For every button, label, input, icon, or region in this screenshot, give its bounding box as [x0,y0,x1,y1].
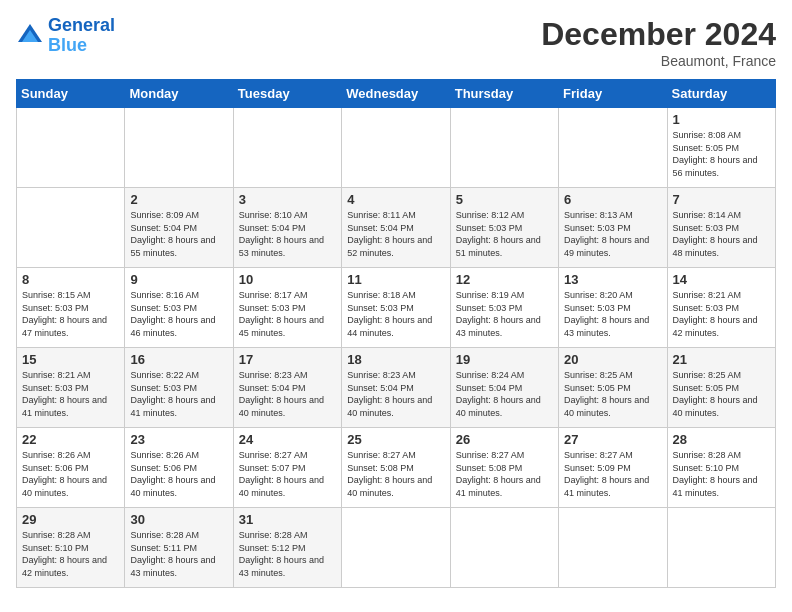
calendar-week-row: 15Sunrise: 8:21 AMSunset: 5:03 PMDayligh… [17,348,776,428]
weekday-header: Thursday [450,80,558,108]
weekday-header: Sunday [17,80,125,108]
day-number: 23 [130,432,227,447]
month-title: December 2024 [541,16,776,53]
calendar-day-cell: 1Sunrise: 8:08 AMSunset: 5:05 PMDaylight… [667,108,775,188]
calendar-day-cell: 7Sunrise: 8:14 AMSunset: 5:03 PMDaylight… [667,188,775,268]
location: Beaumont, France [541,53,776,69]
empty-cell [17,108,125,188]
day-number: 5 [456,192,553,207]
calendar-day-cell: 26Sunrise: 8:27 AMSunset: 5:08 PMDayligh… [450,428,558,508]
cell-content: Sunrise: 8:23 AMSunset: 5:04 PMDaylight:… [239,369,336,419]
day-number: 1 [673,112,770,127]
cell-content: Sunrise: 8:17 AMSunset: 5:03 PMDaylight:… [239,289,336,339]
day-number: 19 [456,352,553,367]
logo-text: General Blue [48,16,115,56]
calendar-week-row: 1Sunrise: 8:08 AMSunset: 5:05 PMDaylight… [17,108,776,188]
day-number: 18 [347,352,444,367]
day-number: 14 [673,272,770,287]
cell-content: Sunrise: 8:28 AMSunset: 5:10 PMDaylight:… [673,449,770,499]
calendar-day-cell: 11Sunrise: 8:18 AMSunset: 5:03 PMDayligh… [342,268,450,348]
calendar-week-row: 22Sunrise: 8:26 AMSunset: 5:06 PMDayligh… [17,428,776,508]
day-number: 12 [456,272,553,287]
calendar-day-cell: 5Sunrise: 8:12 AMSunset: 5:03 PMDaylight… [450,188,558,268]
cell-content: Sunrise: 8:25 AMSunset: 5:05 PMDaylight:… [564,369,661,419]
day-number: 4 [347,192,444,207]
cell-content: Sunrise: 8:26 AMSunset: 5:06 PMDaylight:… [22,449,119,499]
day-number: 31 [239,512,336,527]
day-number: 13 [564,272,661,287]
logo: General Blue [16,16,115,56]
empty-cell [559,508,667,588]
empty-cell [559,108,667,188]
calendar-day-cell: 8Sunrise: 8:15 AMSunset: 5:03 PMDaylight… [17,268,125,348]
calendar-day-cell: 10Sunrise: 8:17 AMSunset: 5:03 PMDayligh… [233,268,341,348]
empty-cell [667,508,775,588]
day-number: 29 [22,512,119,527]
calendar-table: SundayMondayTuesdayWednesdayThursdayFrid… [16,79,776,588]
cell-content: Sunrise: 8:26 AMSunset: 5:06 PMDaylight:… [130,449,227,499]
calendar-day-cell: 23Sunrise: 8:26 AMSunset: 5:06 PMDayligh… [125,428,233,508]
calendar-day-cell: 4Sunrise: 8:11 AMSunset: 5:04 PMDaylight… [342,188,450,268]
cell-content: Sunrise: 8:22 AMSunset: 5:03 PMDaylight:… [130,369,227,419]
weekday-header: Saturday [667,80,775,108]
cell-content: Sunrise: 8:21 AMSunset: 5:03 PMDaylight:… [673,289,770,339]
calendar-day-cell: 19Sunrise: 8:24 AMSunset: 5:04 PMDayligh… [450,348,558,428]
day-number: 24 [239,432,336,447]
day-number: 20 [564,352,661,367]
calendar-week-row: 29Sunrise: 8:28 AMSunset: 5:10 PMDayligh… [17,508,776,588]
day-number: 6 [564,192,661,207]
weekday-header: Wednesday [342,80,450,108]
cell-content: Sunrise: 8:12 AMSunset: 5:03 PMDaylight:… [456,209,553,259]
day-number: 8 [22,272,119,287]
day-number: 15 [22,352,119,367]
day-number: 30 [130,512,227,527]
weekday-header: Tuesday [233,80,341,108]
empty-cell [233,108,341,188]
calendar-day-cell: 25Sunrise: 8:27 AMSunset: 5:08 PMDayligh… [342,428,450,508]
empty-cell [342,108,450,188]
cell-content: Sunrise: 8:08 AMSunset: 5:05 PMDaylight:… [673,129,770,179]
calendar-day-cell: 12Sunrise: 8:19 AMSunset: 5:03 PMDayligh… [450,268,558,348]
cell-content: Sunrise: 8:13 AMSunset: 5:03 PMDaylight:… [564,209,661,259]
cell-content: Sunrise: 8:15 AMSunset: 5:03 PMDaylight:… [22,289,119,339]
cell-content: Sunrise: 8:28 AMSunset: 5:12 PMDaylight:… [239,529,336,579]
page-header: General Blue December 2024 Beaumont, Fra… [16,16,776,69]
cell-content: Sunrise: 8:27 AMSunset: 5:08 PMDaylight:… [456,449,553,499]
calendar-day-cell: 6Sunrise: 8:13 AMSunset: 5:03 PMDaylight… [559,188,667,268]
cell-content: Sunrise: 8:10 AMSunset: 5:04 PMDaylight:… [239,209,336,259]
day-number: 22 [22,432,119,447]
calendar-day-cell: 2Sunrise: 8:09 AMSunset: 5:04 PMDaylight… [125,188,233,268]
day-number: 25 [347,432,444,447]
day-number: 28 [673,432,770,447]
cell-content: Sunrise: 8:21 AMSunset: 5:03 PMDaylight:… [22,369,119,419]
calendar-day-cell: 15Sunrise: 8:21 AMSunset: 5:03 PMDayligh… [17,348,125,428]
day-number: 26 [456,432,553,447]
day-number: 17 [239,352,336,367]
calendar-day-cell: 16Sunrise: 8:22 AMSunset: 5:03 PMDayligh… [125,348,233,428]
calendar-day-cell: 22Sunrise: 8:26 AMSunset: 5:06 PMDayligh… [17,428,125,508]
calendar-day-cell: 31Sunrise: 8:28 AMSunset: 5:12 PMDayligh… [233,508,341,588]
calendar-day-cell: 24Sunrise: 8:27 AMSunset: 5:07 PMDayligh… [233,428,341,508]
calendar-day-cell: 18Sunrise: 8:23 AMSunset: 5:04 PMDayligh… [342,348,450,428]
weekday-header-row: SundayMondayTuesdayWednesdayThursdayFrid… [17,80,776,108]
logo-icon [16,22,44,50]
cell-content: Sunrise: 8:24 AMSunset: 5:04 PMDaylight:… [456,369,553,419]
cell-content: Sunrise: 8:27 AMSunset: 5:07 PMDaylight:… [239,449,336,499]
calendar-week-row: 8Sunrise: 8:15 AMSunset: 5:03 PMDaylight… [17,268,776,348]
day-number: 10 [239,272,336,287]
cell-content: Sunrise: 8:27 AMSunset: 5:09 PMDaylight:… [564,449,661,499]
empty-cell [450,508,558,588]
calendar-day-cell: 29Sunrise: 8:28 AMSunset: 5:10 PMDayligh… [17,508,125,588]
cell-content: Sunrise: 8:19 AMSunset: 5:03 PMDaylight:… [456,289,553,339]
day-number: 21 [673,352,770,367]
cell-content: Sunrise: 8:16 AMSunset: 5:03 PMDaylight:… [130,289,227,339]
calendar-day-cell: 20Sunrise: 8:25 AMSunset: 5:05 PMDayligh… [559,348,667,428]
calendar-day-cell: 30Sunrise: 8:28 AMSunset: 5:11 PMDayligh… [125,508,233,588]
cell-content: Sunrise: 8:27 AMSunset: 5:08 PMDaylight:… [347,449,444,499]
empty-cell [125,108,233,188]
cell-content: Sunrise: 8:20 AMSunset: 5:03 PMDaylight:… [564,289,661,339]
empty-cell [450,108,558,188]
calendar-day-cell: 14Sunrise: 8:21 AMSunset: 5:03 PMDayligh… [667,268,775,348]
calendar-day-cell: 3Sunrise: 8:10 AMSunset: 5:04 PMDaylight… [233,188,341,268]
day-number: 9 [130,272,227,287]
